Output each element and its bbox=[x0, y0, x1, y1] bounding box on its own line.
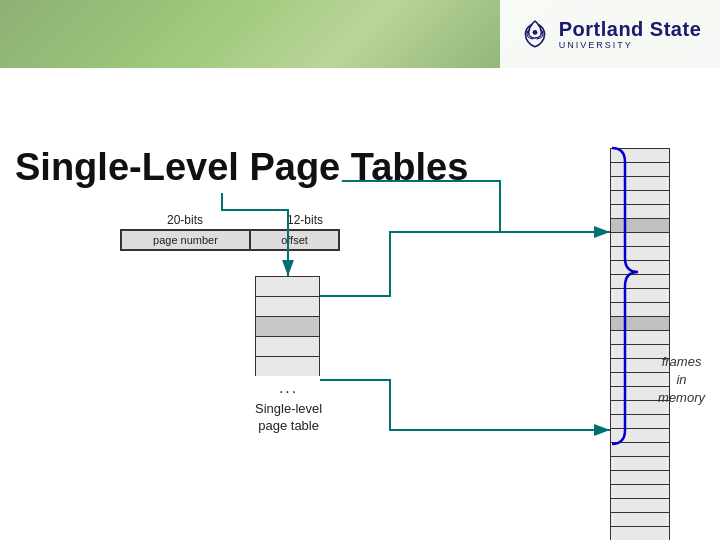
mf-row-12 bbox=[610, 302, 670, 316]
pt-row-1 bbox=[255, 276, 320, 296]
psu-text-block: Portland State UNIVERSITY bbox=[559, 18, 702, 50]
university-subtitle: UNIVERSITY bbox=[559, 40, 633, 50]
mf-row-11 bbox=[610, 288, 670, 302]
pt-row-3-highlighted bbox=[255, 316, 320, 336]
mf-row-25 bbox=[610, 484, 670, 498]
pt-row-5 bbox=[255, 356, 320, 376]
pt-row-4 bbox=[255, 336, 320, 356]
page-table: ... Single-level page table bbox=[255, 276, 322, 435]
slide-content: Single-Level Page Tables 20-bits 12-bits… bbox=[0, 68, 720, 540]
bits-12-label: 12-bits bbox=[260, 213, 350, 227]
mf-row-13-highlighted bbox=[610, 316, 670, 330]
mf-row-14 bbox=[610, 330, 670, 344]
mf-row-28 bbox=[610, 526, 670, 540]
frames-label: frames in memory bbox=[658, 353, 705, 408]
bits-20-label: 20-bits bbox=[120, 213, 250, 227]
mf-row-23 bbox=[610, 456, 670, 470]
psu-logo: Portland State UNIVERSITY bbox=[500, 0, 720, 68]
mf-row-24 bbox=[610, 470, 670, 484]
mf-row-10 bbox=[610, 274, 670, 288]
va-bits-labels: 20-bits 12-bits bbox=[120, 213, 350, 227]
mf-row-5 bbox=[610, 204, 670, 218]
virtual-address-container: 20-bits 12-bits page number offset bbox=[120, 213, 350, 251]
mf-row-8 bbox=[610, 246, 670, 260]
mf-row-3 bbox=[610, 176, 670, 190]
university-name: Portland State bbox=[559, 18, 702, 40]
psu-logo-icon bbox=[519, 18, 551, 50]
pt-dots: ... bbox=[255, 379, 322, 397]
offset-box: offset bbox=[250, 229, 340, 251]
pt-row-2 bbox=[255, 296, 320, 316]
va-boxes: page number offset bbox=[120, 229, 340, 251]
mf-row-20 bbox=[610, 414, 670, 428]
mf-row-4 bbox=[610, 190, 670, 204]
page-number-box: page number bbox=[120, 229, 250, 251]
mf-row-2 bbox=[610, 162, 670, 176]
slide-title: Single-Level Page Tables bbox=[15, 146, 468, 189]
pt-label: Single-level page table bbox=[255, 401, 322, 435]
mf-row-6-highlighted bbox=[610, 218, 670, 232]
mf-row-7 bbox=[610, 232, 670, 246]
svg-point-0 bbox=[532, 30, 537, 35]
mf-row-21 bbox=[610, 428, 670, 442]
mf-row-26 bbox=[610, 498, 670, 512]
mf-row-22 bbox=[610, 442, 670, 456]
mf-row-9 bbox=[610, 260, 670, 274]
mf-row-27 bbox=[610, 512, 670, 526]
memory-frames bbox=[610, 148, 670, 540]
mf-row-1 bbox=[610, 148, 670, 162]
